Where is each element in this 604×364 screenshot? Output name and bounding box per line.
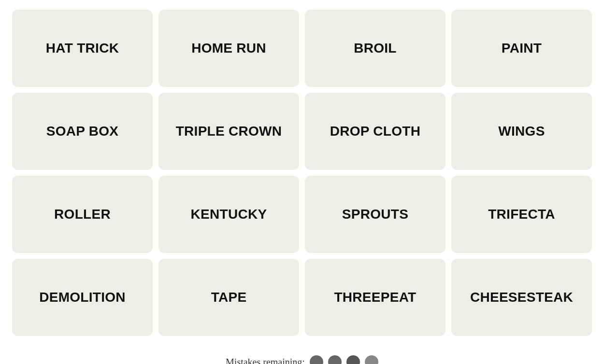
cell-label-broil: BROIL (349, 35, 402, 61)
cell-label-drop-cloth: DROP CLOTH (325, 118, 425, 144)
cell-label-tape: TAPE (206, 284, 252, 310)
mistakes-remaining-row: Mistakes remaining: (226, 355, 378, 364)
grid-cell-drop-cloth[interactable]: DROP CLOTH (305, 93, 446, 170)
grid-cell-roller[interactable]: ROLLER (12, 176, 153, 253)
grid-cell-hat-trick[interactable]: HAT TRICK (12, 10, 153, 87)
cell-label-cheesesteak: CHEESESTEAK (465, 284, 578, 310)
grid-cell-demolition[interactable]: DEMOLITION (12, 259, 153, 336)
cell-label-demolition: DEMOLITION (34, 284, 130, 310)
mistake-dot-4 (365, 355, 378, 364)
cell-label-soap-box: SOAP BOX (42, 118, 124, 144)
grid-cell-wings[interactable]: WINGS (451, 93, 592, 170)
cell-label-hat-trick: HAT TRICK (41, 35, 124, 61)
grid-cell-kentucky[interactable]: KENTUCKY (158, 176, 299, 253)
grid-cell-cheesesteak[interactable]: CHEESESTEAK (451, 259, 592, 336)
mistake-dot-3 (346, 355, 360, 364)
cell-label-kentucky: KENTUCKY (186, 201, 272, 227)
cell-label-sprouts: SPROUTS (337, 201, 413, 227)
mistake-dot-1 (310, 355, 323, 364)
cell-label-wings: WINGS (493, 118, 549, 144)
cell-label-triple-crown: TRIPLE CROWN (171, 118, 287, 144)
mistakes-label: Mistakes remaining: (226, 357, 305, 364)
grid-cell-triple-crown[interactable]: TRIPLE CROWN (158, 93, 299, 170)
grid-cell-tape[interactable]: TAPE (158, 259, 299, 336)
cell-label-roller: ROLLER (49, 201, 115, 227)
mistake-dot-2 (328, 355, 342, 364)
cell-label-threepeat: THREEPEAT (329, 284, 421, 310)
grid-cell-trifecta[interactable]: TRIFECTA (451, 176, 592, 253)
grid-cell-paint[interactable]: PAINT (451, 10, 592, 87)
word-grid: HAT TRICKHOME RUNBROILPAINTSOAP BOXTRIPL… (12, 10, 592, 336)
grid-cell-broil[interactable]: BROIL (305, 10, 446, 87)
grid-cell-threepeat[interactable]: THREEPEAT (305, 259, 446, 336)
grid-cell-soap-box[interactable]: SOAP BOX (12, 93, 153, 170)
cell-label-home-run: HOME RUN (187, 35, 271, 61)
cell-label-trifecta: TRIFECTA (483, 201, 560, 227)
grid-cell-home-run[interactable]: HOME RUN (158, 10, 299, 87)
cell-label-paint: PAINT (497, 35, 546, 61)
grid-cell-sprouts[interactable]: SPROUTS (305, 176, 446, 253)
